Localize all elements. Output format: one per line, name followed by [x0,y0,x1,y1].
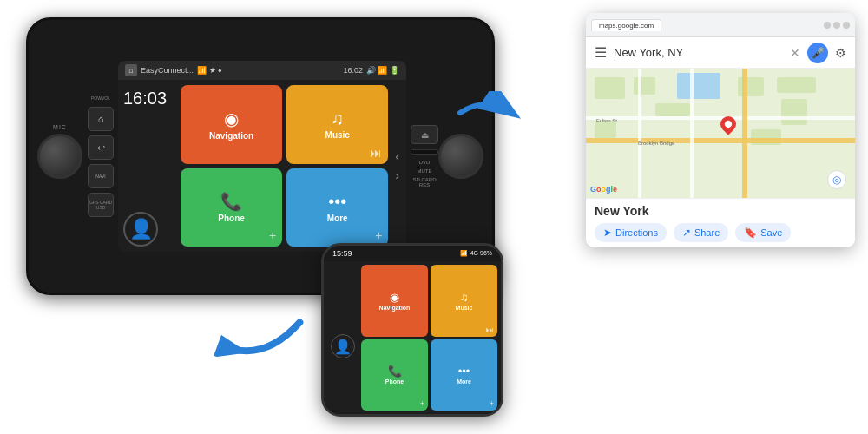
phone-content: 👤 ◉ Navigation ♫ Music ⏭ 📞 Phone + [324,261,501,414]
street-label-2: Brooklyn Bridge [638,141,674,146]
phone-time: 15:59 [332,249,352,258]
map-view[interactable]: Fulton St Brooklyn Bridge Google ◎ [586,69,855,198]
phone-tile-music[interactable]: ♫ Music ⏭ [431,265,497,337]
more-label: More [327,214,348,223]
phone-battery-text: 4G 96% [470,250,492,257]
nav-label: Navigation [209,131,253,141]
home-button[interactable]: ⌂ [88,107,114,131]
powvol-label: POWVOL [88,95,114,101]
left-side-buttons: POWVOL ⌂ ↩ NAVI GPS CARDUSB [88,95,114,217]
screen-nav-arrows: ‹ › [393,85,401,247]
sd-label: SD CARDRES [412,177,436,187]
more-plus-icon: + [375,228,382,242]
app-name: EasyConnect... [141,66,194,75]
browser-icon-2 [833,22,840,29]
search-text: New York, NY [614,46,783,59]
phone-left-col: 👤 [327,265,358,411]
phone-app-grid: ◉ Navigation ♫ Music ⏭ 📞 Phone + ••• Mor… [361,265,497,411]
head-unit-screen: ⌂ EasyConnect... 📶 ★ ♦ 16:02 🔊 📶 🔋 16:03… [118,61,406,252]
map-search-bar: ☰ New York, NY ✕ 🎤 ⚙ [586,37,855,69]
dvd-slot [411,149,438,155]
screen-left-panel: 16:03 👤 [123,85,175,247]
left-knob[interactable] [37,134,82,179]
google-logo: Google [590,185,617,194]
phone-side-button[interactable] [501,289,503,315]
clock-display: 16:03 [123,89,175,108]
share-label: Share [694,227,720,238]
status-time: 16:02 [343,66,363,75]
phone-tile-phone[interactable]: 📞 Phone + [361,339,428,411]
phone-plus-icon: + [269,228,276,242]
save-label: Save [760,227,782,238]
phone-more-label: More [457,378,471,385]
map-info-panel: New York ➤ Directions ↗ Share 🔖 Save [586,198,855,247]
street-label-1: Fulton St [596,118,617,123]
share-button[interactable]: ↗ Share [674,223,728,242]
phone-more-icon: ••• [458,365,470,378]
phone-tile-more[interactable]: ••• More + [431,339,497,411]
status-bar: ⌂ EasyConnect... 📶 ★ ♦ 16:02 🔊 📶 🔋 [118,61,406,80]
tile-navigation[interactable]: ◉ Navigation [181,85,282,164]
phone-label: Phone [218,214,245,223]
eject-button[interactable]: ⏏ [411,125,438,144]
navi-button[interactable]: NAVI [88,164,114,188]
status-right: 16:02 🔊 📶 🔋 [343,66,399,75]
save-button[interactable]: 🔖 Save [735,223,791,242]
phone-music-icon: ♫ [460,291,469,304]
connection-arrow-top [451,91,521,142]
phone-signal-icon: 📶 [460,250,468,257]
phone-phone-label: Phone [385,378,404,385]
phone-device: 15:59 📶 4G 96% 👤 ◉ Navigation ♫ [321,243,503,417]
phone-phone-plus: + [420,399,424,408]
browser-bar: maps.google.com [586,13,855,37]
map-action-buttons: ➤ Directions ↗ Share 🔖 Save [595,223,846,242]
home-icon[interactable]: ⌂ [125,64,137,76]
share-icon: ↗ [682,227,691,239]
phone-avatar-icon: 👤 [334,339,352,355]
phone-skip-icon: ⏭ [486,326,494,334]
menu-icon[interactable]: ☰ [595,44,607,61]
phone-nav-label: Navigation [379,305,411,311]
avatar-icon: 👤 [129,218,153,240]
browser-tab[interactable]: maps.google.com [591,19,661,31]
connection-arrow-bottom [210,291,319,395]
browser-icon-1 [824,22,831,29]
right-side-controls: ⏏ DVD MUTE SD CARDRES [411,125,438,187]
settings-icon[interactable]: ⚙ [835,46,846,60]
profile-avatar[interactable]: 👤 [123,212,158,247]
tile-phone[interactable]: 📞 Phone + [181,168,282,247]
music-icon: ♫ [331,108,344,128]
directions-button[interactable]: ➤ Directions [595,223,667,242]
back-button[interactable]: ↩ [88,135,114,160]
map-background: Fulton St Brooklyn Bridge Google ◎ [586,69,855,198]
scroll-down-arrow[interactable]: › [395,168,399,182]
directions-label: Directions [615,227,658,238]
screen-content: 16:03 👤 ◉ Navigation ♫ Music ⏭ [118,80,406,252]
place-name: New York [595,204,846,218]
scroll-up-arrow[interactable]: ‹ [395,149,399,163]
phone-more-plus: + [490,399,494,408]
save-icon: 🔖 [744,227,757,239]
voice-search-button[interactable]: 🎤 [807,43,828,63]
status-left: ⌂ EasyConnect... 📶 ★ ♦ [125,64,222,76]
clear-search-button[interactable]: ✕ [790,46,800,60]
phone-nav-icon: ◉ [390,291,399,304]
phone-avatar[interactable]: 👤 [331,334,355,358]
tile-music[interactable]: ♫ Music ⏭ [286,85,388,164]
music-skip-icon: ⏭ [370,146,382,160]
phone-music-label: Music [456,305,473,311]
phone-tile-navigation[interactable]: ◉ Navigation [361,265,428,337]
gps-button[interactable]: GPS CARDUSB [88,193,114,217]
phone-status-bar: 15:59 📶 4G 96% [324,246,501,261]
dvd-label: DVD [419,160,431,165]
directions-icon: ➤ [603,227,612,239]
compass-button[interactable]: ◎ [827,170,846,189]
phone-icon: 📞 [220,191,242,212]
browser-icon-3 [843,22,850,29]
browser-icons [824,22,850,29]
mute-label: MUTE [418,168,432,174]
phone-body: 15:59 📶 4G 96% 👤 ◉ Navigation ♫ [321,243,503,417]
phone-phone-icon: 📞 [388,365,402,378]
tile-more[interactable]: ••• More + [286,168,388,247]
phone-status-icons: 📶 4G 96% [460,250,492,257]
